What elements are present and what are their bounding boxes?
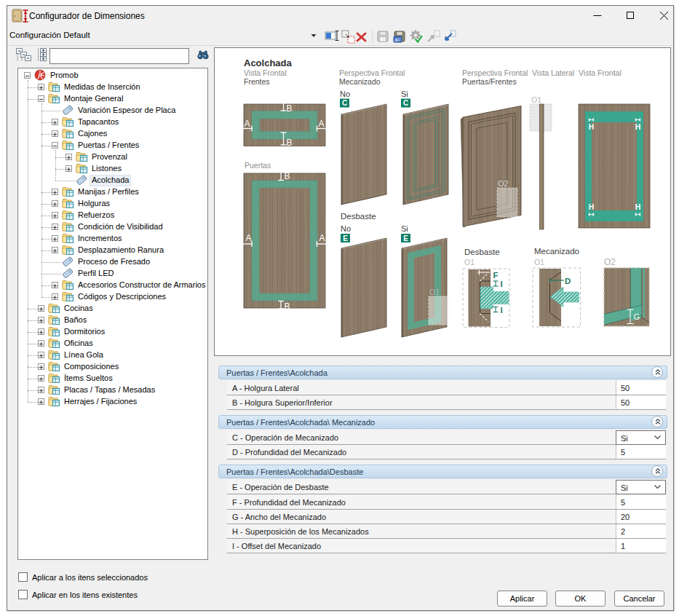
svg-text:O1: O1 [531, 95, 541, 104]
svg-text:Acolchada: Acolchada [244, 58, 293, 68]
svg-text:Si: Si [401, 90, 408, 98]
svg-text:O2: O2 [498, 179, 509, 188]
svg-text:H: H [635, 202, 641, 211]
svg-text:B: B [285, 301, 290, 312]
svg-text:I: I [501, 306, 503, 315]
svg-text:O1: O1 [464, 258, 474, 266]
svg-text:Puertas: Puertas [245, 161, 271, 170]
svg-text:Si: Si [401, 224, 408, 233]
svg-text:F: F [493, 271, 499, 280]
svg-text:O1: O1 [534, 258, 544, 266]
svg-text:H: H [589, 202, 595, 211]
svg-text:D: D [565, 277, 571, 285]
svg-text:H: H [589, 122, 595, 131]
svg-text:No: No [341, 224, 351, 233]
svg-text:G: G [634, 312, 640, 321]
svg-text:No: No [340, 90, 350, 98]
svg-text:Perspectiva Frontal: Perspectiva Frontal [339, 68, 405, 77]
svg-text:B: B [285, 171, 290, 181]
svg-text:a=: a= [395, 37, 401, 42]
svg-text:Vista Lateral: Vista Lateral [532, 68, 574, 77]
svg-text:O2: O2 [604, 257, 616, 267]
svg-text:O1: O1 [429, 288, 440, 296]
svg-text:Mecanizado: Mecanizado [534, 247, 579, 256]
svg-text:E: E [403, 234, 408, 242]
svg-text:Desbaste: Desbaste [341, 212, 376, 221]
svg-text:A: A [246, 233, 252, 243]
svg-text:A: A [319, 119, 325, 129]
svg-text:B: B [287, 138, 293, 148]
svg-text:C: C [342, 99, 347, 107]
svg-text:Perspectiva Frontal: Perspectiva Frontal [462, 68, 528, 77]
svg-text:Vista Frontal: Vista Frontal [244, 68, 287, 77]
svg-text:H: H [635, 122, 641, 131]
svg-text:B: B [287, 103, 293, 114]
svg-text:I: I [501, 280, 503, 288]
svg-text:A: A [245, 119, 250, 129]
svg-text:Frentes: Frentes [244, 77, 270, 86]
svg-text:A: A [319, 233, 325, 243]
svg-text:E: E [343, 234, 348, 242]
svg-text:Desbaste: Desbaste [464, 248, 500, 256]
svg-text:Puertas/Frentes: Puertas/Frentes [462, 77, 517, 86]
svg-text:C: C [403, 99, 408, 107]
svg-text:Mecanizado: Mecanizado [339, 77, 381, 86]
svg-text:Vista Frontal: Vista Frontal [579, 68, 622, 77]
